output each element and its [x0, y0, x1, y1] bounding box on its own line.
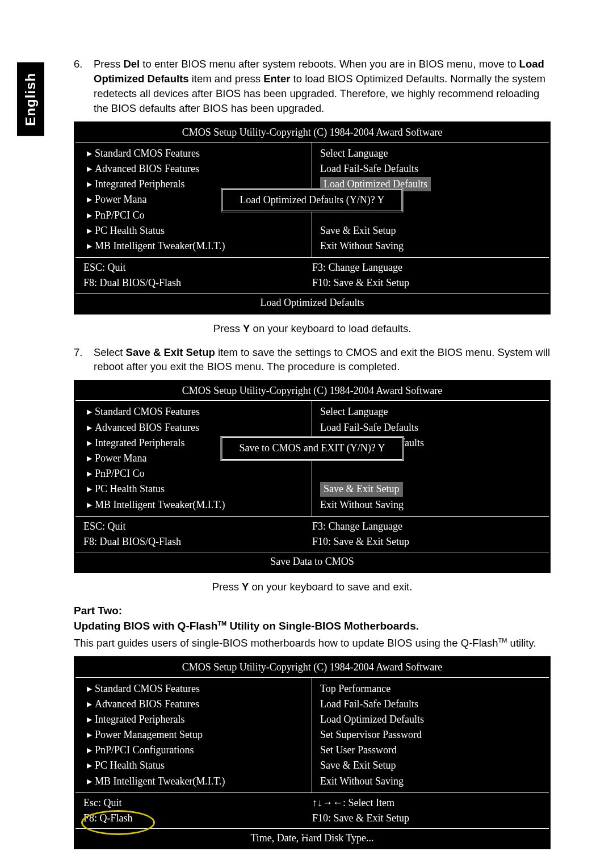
bios-item-label: MB Intelligent Tweaker(M.I.T.) [95, 774, 225, 789]
bios-dialog[interactable]: Load Optimized Defaults (Y/N)? Y [221, 188, 403, 212]
text: Press [213, 322, 243, 334]
bios-columns: ▸Standard CMOS Features▸Advanced BIOS Fe… [75, 401, 549, 515]
bios-item-label: Exit Without Saving [320, 239, 404, 253]
bios-title: CMOS Setup Utility-Copyright (C) 1984-20… [75, 123, 549, 142]
bios-item-label: Save & Exit Setup [320, 224, 396, 238]
bios-item-label: MB Intelligent Tweaker(M.I.T.) [95, 239, 225, 253]
bios-item-label: Advanced BIOS Features [95, 697, 199, 711]
bios-menu-item[interactable]: ▸Standard CMOS Features [83, 681, 304, 697]
bios-menu-item[interactable]: ▸MB Intelligent Tweaker(M.I.T.) [83, 238, 304, 254]
step-7: 7. Select Save & Exit Setup item to save… [74, 345, 551, 375]
bios-menu-item[interactable]: ▸Advanced BIOS Features [83, 161, 304, 177]
bios-menu-item[interactable]: Load Optimized Defaults [320, 712, 541, 727]
caret-icon: ▸ [83, 743, 95, 757]
bios-menu-item[interactable]: Set Supervisor Password [320, 727, 541, 743]
bios-menu-item[interactable]: Save & Exit Setup [320, 758, 541, 773]
caret-icon: ▸ [83, 451, 95, 466]
bios-dialog[interactable]: Save to CMOS and EXIT (Y/N)? Y [221, 436, 404, 460]
bios-hint: ↑↓→←: Select Item [312, 795, 541, 811]
bios-help-line: Save Data to CMOS [75, 552, 549, 571]
caret-icon: ▸ [83, 177, 95, 191]
bios-menu-item[interactable]: Select Language [320, 404, 541, 420]
bios-menu-item[interactable]: Select Language [320, 146, 541, 161]
bios-item-label: Standard CMOS Features [95, 682, 200, 696]
bios-menu-item[interactable]: ▸MB Intelligent Tweaker(M.I.T.) [83, 497, 304, 513]
bios-item-label: PnP/PCI Co [95, 208, 145, 223]
bios-item-label: Top Performance [320, 682, 391, 696]
bios-columns: ▸Standard CMOS Features▸Advanced BIOS Fe… [75, 142, 549, 257]
bios-menu-item[interactable]: Exit Without Saving [320, 238, 541, 254]
bios-menu-item[interactable] [320, 466, 541, 481]
bios-menu-item[interactable]: ▸MB Intelligent Tweaker(M.I.T.) [83, 774, 304, 789]
bios-item-label: Advanced BIOS Features [95, 162, 199, 176]
bios-menu-item[interactable]: Exit Without Saving [320, 774, 541, 789]
bios-menu-item[interactable]: ▸Standard CMOS Features [83, 404, 304, 420]
section-heading: Part Two: [74, 603, 551, 619]
bios-menu-item[interactable]: ▸PC Health Status [83, 481, 304, 497]
bios-item-label: PC Health Status [95, 482, 165, 496]
caret-icon: ▸ [83, 436, 95, 450]
bios-item-label: Standard CMOS Features [95, 146, 200, 161]
step-number: 6. [74, 57, 94, 116]
bios-columns: ▸Standard CMOS Features▸Advanced BIOS Fe… [75, 678, 549, 792]
bios-menu-item[interactable]: Load Fail-Safe Defaults [320, 697, 541, 712]
bios-menu-item[interactable]: Save & Exit Setup [320, 481, 541, 497]
bios-footer: ESC: Quit F3: Change Language F8: Dual B… [75, 257, 549, 293]
caret-icon: ▸ [83, 774, 95, 789]
text: on your keyboard to load defaults. [250, 322, 411, 334]
key-enter: Enter [263, 73, 290, 85]
bios-menu-item[interactable]: Set User Password [320, 743, 541, 758]
footer-model: GA-K8N51PVM9-RH-NV Motherboard [74, 828, 247, 840]
bios-menu-item[interactable]: Top Performance [320, 681, 541, 697]
bios-item-label: Load Fail-Safe Defaults [320, 421, 418, 435]
caret-icon: ▸ [83, 467, 95, 481]
bios-hint: F3: Change Language [312, 260, 541, 275]
bios-item-label: PnP/PCI Configurations [95, 743, 194, 757]
caret-icon: ▸ [83, 682, 95, 696]
bios-menu-item[interactable]: ▸PnP/PCI Configurations [83, 743, 304, 758]
bios-menu-item[interactable]: Exit Without Saving [320, 497, 541, 513]
bios-menu-item[interactable]: ▸PC Health Status [83, 223, 304, 238]
caret-icon: ▸ [83, 224, 95, 238]
paragraph: This part guides users of single-BIOS mo… [74, 636, 551, 651]
caret-icon: ▸ [83, 482, 95, 496]
caret-icon: ▸ [83, 146, 95, 161]
bios-menu-item[interactable]: ▸PnP/PCI Co [83, 466, 304, 481]
bios-item-label: Load Optimized Defaults [320, 712, 424, 727]
bios-hint: ESC: Quit [83, 519, 312, 534]
bios-hint: F10: Save & Exit Setup [312, 534, 541, 550]
bios-hint: F8: Dual BIOS/Q-Flash [83, 534, 312, 550]
text: item and press [189, 73, 264, 85]
bios-item-label: MB Intelligent Tweaker(M.I.T.) [95, 498, 225, 512]
bios-item-label: Power Mana [95, 451, 146, 466]
key-y: Y [242, 581, 249, 593]
bios-menu-item[interactable]: Load Fail-Safe Defaults [320, 161, 541, 177]
bios-menu-item[interactable]: ▸PC Health Status [83, 758, 304, 773]
bios-menu-item[interactable]: ▸Standard CMOS Features [83, 146, 304, 161]
caret-icon: ▸ [83, 162, 95, 176]
bios-menu-item[interactable]: ▸Power Management Setup [83, 727, 304, 743]
bios-item-label: PC Health Status [95, 758, 165, 773]
bios-item-label: PnP/PCI Co [95, 467, 145, 481]
bios-menu-item[interactable]: ▸Integrated Peripherals [83, 712, 304, 727]
bios-item-label: Set Supervisor Password [320, 728, 422, 742]
bios-menu-item[interactable]: Save & Exit Setup [320, 223, 541, 238]
bios-menu-item[interactable]: Load Fail-Safe Defaults [320, 420, 541, 435]
bios-menu-item[interactable]: ▸Advanced BIOS Features [83, 697, 304, 712]
bios-right-col: Top PerformanceLoad Fail-Safe DefaultsLo… [312, 678, 549, 792]
bios-hint: Esc: Quit [83, 795, 312, 811]
bios-item-label: Exit Without Saving [320, 498, 404, 512]
caret-icon: ▸ [83, 697, 95, 711]
text: Utility on Single-BIOS Motherboards. [226, 620, 419, 632]
bios-menu-item[interactable]: ▸Advanced BIOS Features [83, 420, 304, 435]
bios-item-label: Load Fail-Safe Defaults [320, 162, 418, 176]
main-content: 6. Press Del to enter BIOS menu after sy… [74, 57, 551, 849]
footer-page-number: - 62 - [247, 828, 551, 840]
step-body: Press Del to enter BIOS menu after syste… [94, 57, 551, 116]
caret-icon: ▸ [83, 728, 95, 742]
bios-item-label: Integrated Peripherals [95, 712, 184, 727]
text: utility. [507, 637, 536, 649]
bios-hint: F8: Dual BIOS/Q-Flash [83, 275, 312, 291]
bios-item-label: Advanced BIOS Features [95, 421, 199, 435]
bios-item-label: Standard CMOS Features [95, 405, 200, 419]
